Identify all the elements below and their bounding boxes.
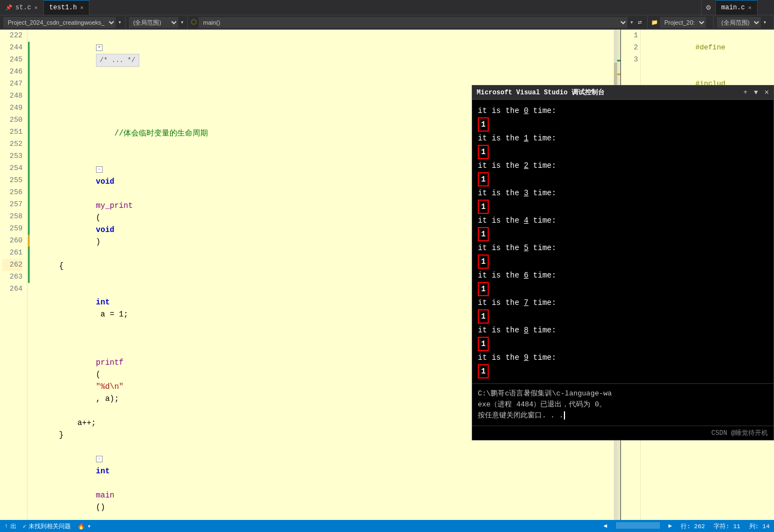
col-info: 列: 14 <box>749 522 770 530</box>
scroll-left-icon[interactable]: ◀ <box>603 522 607 530</box>
debug-box-3: 1 <box>478 200 489 214</box>
debug-box-1: 1 <box>478 145 489 159</box>
var-a-250: a = 1; <box>96 310 128 319</box>
debug-box-7: 1 <box>478 309 489 324</box>
line-num-247: 247 <box>2 78 22 90</box>
fname-248: my_print <box>96 201 133 210</box>
line-num-258: 258 <box>2 211 22 223</box>
debug-value-3: 1 <box>478 200 768 214</box>
status-bar: ↑ 出 ✓ 未找到相关问题 🔥 ▾ ◀ ▶ 行: 262 字符: 11 列: 1… <box>0 520 774 532</box>
printf-251: printf <box>96 358 123 367</box>
debug-value-5: 1 <box>478 254 768 269</box>
arrow-down-icon: ▾ <box>87 523 91 530</box>
right-global-dropdown[interactable]: (全局范围) <box>717 17 761 28</box>
line-num-246: 246 <box>2 66 22 78</box>
debug-value-1: 1 <box>478 145 768 159</box>
right-scope-icon: 📁 <box>651 19 658 26</box>
rln-3: 3 <box>623 54 638 66</box>
debug-text-2: it is the 2 time: <box>478 160 556 172</box>
tab-st-c-label: st.c <box>15 4 31 12</box>
toolbar-global-scope: (全局范围) ▾ <box>126 15 188 29</box>
tab-test1-h-label: test1.h <box>49 4 77 12</box>
line-num-248: 248 <box>2 90 22 102</box>
debug-box-2: 1 <box>478 172 489 186</box>
kw-void-248: void <box>96 177 115 186</box>
tab-bar: 📌 st.c ✕ test1.h ✕ ⚙ main.c ✕ <box>0 0 774 15</box>
debug-line-2: it is the 2 time: <box>478 160 768 172</box>
debug-text-1: it is the 1 time: <box>478 132 556 144</box>
scroll-right-icon[interactable]: ▶ <box>669 522 673 530</box>
tab-main-c[interactable]: main.c ✕ <box>715 0 758 15</box>
line-num-256: 256 <box>2 186 22 199</box>
scroll-bar-area[interactable] <box>616 522 660 529</box>
debug-box-0: 1 <box>478 117 489 132</box>
toolbar-right-scope-select: 📁 Project_20: <box>648 15 714 29</box>
line-num-264: 264 <box>2 283 22 295</box>
indent-251 <box>96 346 133 355</box>
line-numbers: 222 244 245 246 247 248 249 250 251 252 … <box>0 30 27 520</box>
line-num-244: 244 <box>2 42 22 54</box>
split-icon[interactable]: ⇄ <box>636 17 644 27</box>
debug-credits: CSDN @睡觉待开机 <box>472 426 773 440</box>
debug-close-button[interactable]: × <box>765 88 769 97</box>
tab-st-c[interactable]: 📌 st.c ✕ <box>0 0 44 15</box>
line-num-254: 254 <box>2 162 22 174</box>
gutter-bar-yellow <box>28 235 30 247</box>
settings-icon[interactable]: ⚙ <box>706 3 710 12</box>
line-num-260: 260 <box>2 235 22 247</box>
code-line-254: - int main () <box>41 441 609 520</box>
check-icon: ✓ <box>23 523 27 530</box>
debug-text-3: it is the 3 time: <box>478 187 556 199</box>
close-paren-248: ) <box>96 237 100 246</box>
toolbar-func: ⬡ main() ▾ ⇄ <box>188 15 648 29</box>
debug-line-1: it is the 1 time: <box>478 132 768 144</box>
status-right: ◀ ▶ 行: 262 字符: 11 列: 14 <box>603 522 770 530</box>
collapse-254[interactable]: - <box>96 456 103 462</box>
rln-1: 1 <box>623 30 638 42</box>
debug-text-4: it is the 4 time: <box>478 214 556 227</box>
debug-value-2: 1 <box>478 172 768 186</box>
fire-tools[interactable]: 🔥 ▾ <box>77 523 91 530</box>
debug-expand-icon[interactable]: ▼ <box>754 89 758 97</box>
scope-dropdown-left[interactable]: Project_2024_csdn_creatingwoeks_ <box>3 17 116 28</box>
func-dropdown[interactable]: main() <box>199 17 628 28</box>
debug-text-0: it is the 0 time: <box>478 105 556 117</box>
tab-pin-icon: 📌 <box>5 4 12 11</box>
debug-plus-icon[interactable]: + <box>743 89 747 97</box>
toolbar: Project_2024_csdn_creatingwoeks_ ▾ (全局范围… <box>0 15 774 30</box>
debug-line-9: it is the 9 time: <box>478 352 768 364</box>
collapse-222[interactable]: + <box>96 44 103 51</box>
line-num-252: 252 <box>2 138 22 150</box>
tab-main-c-label: main.c <box>721 4 745 12</box>
debug-value-4: 1 <box>478 227 768 241</box>
right-scope-dropdown[interactable]: Project_20: <box>660 17 706 28</box>
tab-st-c-close[interactable]: ✕ <box>35 4 38 11</box>
kw-int-250: int <box>96 298 110 307</box>
debug-value-7: 1 <box>478 309 768 324</box>
line-num-263: 263 <box>2 271 22 283</box>
tab-test1-h-close[interactable]: ✕ <box>80 4 83 11</box>
tab-main-c-close[interactable]: ✕ <box>748 4 752 11</box>
debug-value-9: 1 <box>478 364 768 378</box>
debug-titlebar: Microsoft Visual Studio 调试控制台 + ▼ × <box>472 86 773 100</box>
check-status[interactable]: ✓ 未找到相关问题 <box>23 522 71 530</box>
collapse-248[interactable]: - <box>96 166 103 173</box>
line-info: 行: 262 <box>681 522 705 530</box>
line-num-259: 259 <box>2 223 22 235</box>
debug-text-9: it is the 9 time: <box>478 352 556 364</box>
define-kw: #define <box>696 43 726 52</box>
git-status[interactable]: ↑ 出 <box>4 522 16 530</box>
parens-254: () <box>96 503 105 512</box>
line-num-253: 253 <box>2 150 22 162</box>
str-251: "%d\n" <box>96 382 123 391</box>
debug-text-6: it is the 6 time: <box>478 269 556 281</box>
debug-box-6: 1 <box>478 282 489 296</box>
global-scope-dropdown[interactable]: (全局范围) <box>129 17 178 28</box>
check-label: 未找到相关问题 <box>29 522 71 530</box>
paren-248: ( <box>96 213 100 222</box>
line-num-257: 257 <box>2 199 22 211</box>
fname-254: main <box>96 491 115 500</box>
collapsed-222: /* ... */ <box>96 54 139 67</box>
git-icon: ↑ <box>4 523 8 529</box>
tab-test1-h[interactable]: test1.h ✕ <box>44 0 89 15</box>
